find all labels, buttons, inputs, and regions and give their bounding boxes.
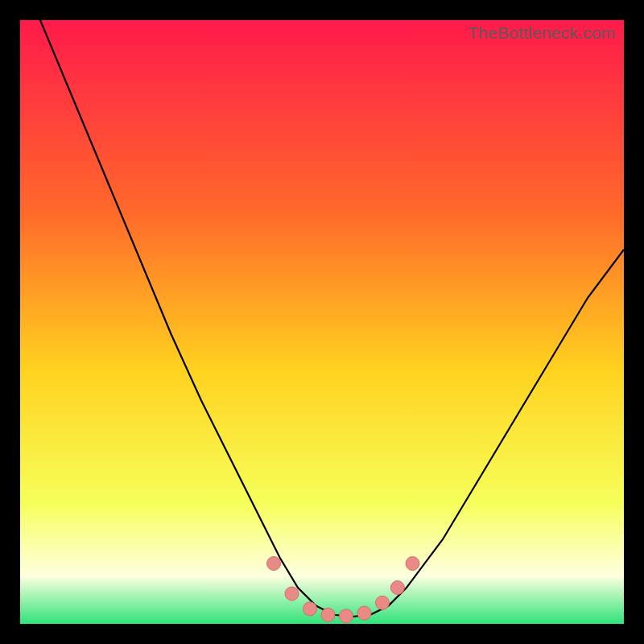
bottleneck-chart	[20, 20, 624, 624]
marker-point	[406, 557, 419, 571]
marker-point	[390, 581, 404, 595]
marker-point	[357, 606, 371, 620]
marker-point	[267, 557, 281, 571]
marker-point	[285, 587, 299, 601]
gradient-background	[20, 20, 624, 624]
marker-point	[340, 609, 353, 623]
attribution-label: TheBottleneck.com	[469, 23, 616, 43]
plot-area: TheBottleneck.com	[20, 20, 624, 624]
outer-frame: TheBottleneck.com	[0, 0, 644, 644]
marker-point	[376, 596, 390, 609]
marker-point	[321, 608, 335, 621]
marker-point	[303, 602, 317, 616]
